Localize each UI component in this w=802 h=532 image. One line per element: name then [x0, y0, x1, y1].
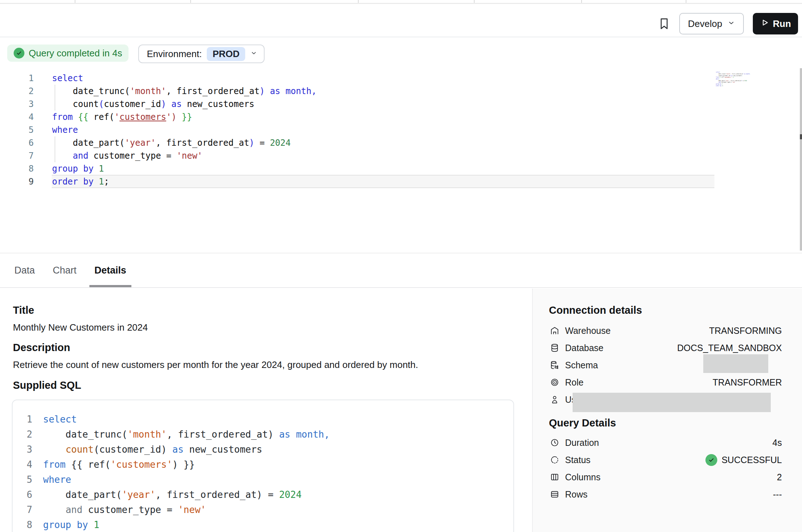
- line-number: 4: [0, 111, 34, 123]
- line-number: 6: [0, 136, 34, 149]
- connection-label-warehouse: Warehouse: [565, 322, 611, 339]
- code-line-3: count(customer_id) as new_customers: [43, 442, 330, 457]
- database-icon: [550, 343, 559, 353]
- line-number: 8: [12, 517, 32, 532]
- app-window: Develop Run Query completed in 4s Enviro…: [0, 0, 802, 532]
- line-number: 3: [12, 442, 32, 457]
- code-line-5[interactable]: where: [52, 123, 317, 136]
- line-number: 3: [0, 98, 34, 111]
- check-circle-icon: [14, 48, 24, 59]
- status-icon: [550, 455, 559, 465]
- warehouse-icon: [550, 326, 559, 335]
- query-label-columns: Columns: [565, 468, 601, 486]
- results-tab-bar: DataChartDetails: [0, 253, 802, 288]
- editor-minimap[interactable]: select date_trunc('month', first_ordered…: [716, 71, 753, 87]
- tab-separator: [75, 0, 75, 3]
- code-line-1[interactable]: select: [52, 72, 317, 85]
- code-line-8[interactable]: group by 1: [52, 162, 317, 175]
- query-value-columns: 2: [777, 468, 782, 486]
- run-button[interactable]: Run: [753, 13, 798, 34]
- tab-separator: [474, 0, 475, 3]
- success-check-icon: [705, 454, 717, 466]
- editor-gutter: 123456789: [0, 72, 34, 188]
- query-row-status: Status SUCCESSFUL: [532, 451, 802, 468]
- redacted-value-box: [703, 354, 768, 373]
- tab-separator: [358, 0, 359, 3]
- connection-label-role: Role: [565, 374, 583, 391]
- connection-row-schema: Schema: [532, 356, 802, 374]
- supplied-sql-code: select date_trunc('month', first_ordered…: [43, 412, 330, 532]
- bookmark-icon: [657, 26, 671, 32]
- rows-icon: [550, 490, 559, 499]
- connection-value-database: DOCS_TEAM_SANDBOX: [677, 339, 782, 356]
- tab-details[interactable]: Details: [94, 253, 126, 287]
- query-row-columns: Columns 2: [532, 468, 802, 486]
- connection-row-role: Role TRANSFORMER: [532, 374, 802, 391]
- editor-scrollbar[interactable]: [800, 68, 802, 251]
- connection-label-database: Database: [565, 339, 603, 356]
- connection-details-heading: Connection details: [549, 304, 642, 316]
- environment-dropdown[interactable]: Environment: PROD: [138, 45, 265, 63]
- columns-icon: [550, 472, 559, 482]
- line-number: 1: [0, 72, 34, 85]
- query-label-status: Status: [565, 451, 591, 468]
- connection-value-role: TRANSFORMER: [713, 374, 782, 391]
- tab-separator: [686, 0, 686, 3]
- connection-row-user: User: [532, 391, 802, 408]
- code-line-6[interactable]: date_part('year', first_ordered_at) = 20…: [52, 136, 317, 149]
- line-number: 7: [12, 502, 32, 517]
- connection-row-warehouse: Warehouse TRANSFORMING: [532, 322, 802, 339]
- line-number: 1: [12, 412, 32, 427]
- code-line-2: date_trunc('month', first_ordered_at) as…: [43, 427, 330, 442]
- tab-data[interactable]: Data: [14, 253, 35, 287]
- line-number: 7: [0, 149, 34, 162]
- chevron-down-icon: [250, 50, 257, 58]
- query-value-status: SUCCESSFUL: [705, 451, 782, 468]
- browser-tab-strip: [0, 0, 802, 4]
- environment-value-badge: PROD: [207, 47, 245, 61]
- chevron-down-icon: [727, 18, 735, 29]
- code-line-7[interactable]: and customer_type = 'new': [52, 149, 317, 162]
- query-value-rows: ---: [773, 486, 782, 503]
- line-number: 8: [0, 162, 34, 175]
- develop-label: Develop: [688, 18, 722, 29]
- minimap-content: select date_trunc('month', first_ordered…: [716, 71, 753, 87]
- code-line-2[interactable]: date_trunc('month', first_ordered_at) as…: [52, 85, 317, 98]
- play-icon: [760, 18, 769, 30]
- query-row-rows: Rows ---: [532, 486, 802, 503]
- query-row-duration: Duration 4s: [532, 434, 802, 451]
- tab-chart[interactable]: Chart: [53, 253, 76, 287]
- code-line-7: and customer_type = 'new': [43, 502, 330, 517]
- line-number: 5: [0, 123, 34, 136]
- line-number: 4: [12, 457, 32, 472]
- connection-label-schema: Schema: [565, 356, 598, 374]
- query-details-heading: Query Details: [549, 417, 616, 429]
- role-icon: [550, 378, 559, 387]
- line-number: 2: [0, 85, 34, 98]
- connection-row-database: Database DOCS_TEAM_SANDBOX: [532, 339, 802, 356]
- environment-label: Environment:: [147, 48, 202, 60]
- code-line-4[interactable]: from {{ ref('customers') }}: [52, 111, 317, 123]
- tab-separator: [190, 0, 191, 3]
- connection-value-warehouse: TRANSFORMING: [709, 322, 782, 339]
- editor-code-area[interactable]: select date_trunc('month', first_ordered…: [52, 72, 317, 188]
- toolbar: Develop Run: [0, 4, 802, 37]
- develop-menu-button[interactable]: Develop: [679, 13, 744, 34]
- bookmark-button[interactable]: [656, 16, 672, 32]
- query-status-badge: Query completed in 4s: [7, 45, 129, 62]
- description-heading: Description: [13, 342, 70, 354]
- scrollbar-thumb[interactable]: [800, 134, 802, 139]
- supplied-sql-gutter: 12345678: [12, 412, 32, 532]
- query-label-rows: Rows: [565, 486, 588, 503]
- title-heading: Title: [13, 304, 34, 316]
- sql-editor[interactable]: 123456789 select date_trunc('month', fir…: [0, 68, 802, 253]
- line-number: 6: [12, 487, 32, 502]
- user-icon: [550, 395, 559, 404]
- description-value: Retrieve the count of new customers per …: [13, 359, 418, 370]
- code-line-3[interactable]: count(customer_id) as new_customers: [52, 98, 317, 111]
- run-label: Run: [773, 18, 791, 29]
- code-line-9[interactable]: order by 1;: [52, 175, 317, 188]
- code-line-8: group by 1: [43, 517, 330, 532]
- duration-icon: [550, 438, 559, 447]
- code-line-6: date_part('year', first_ordered_at) = 20…: [43, 487, 330, 502]
